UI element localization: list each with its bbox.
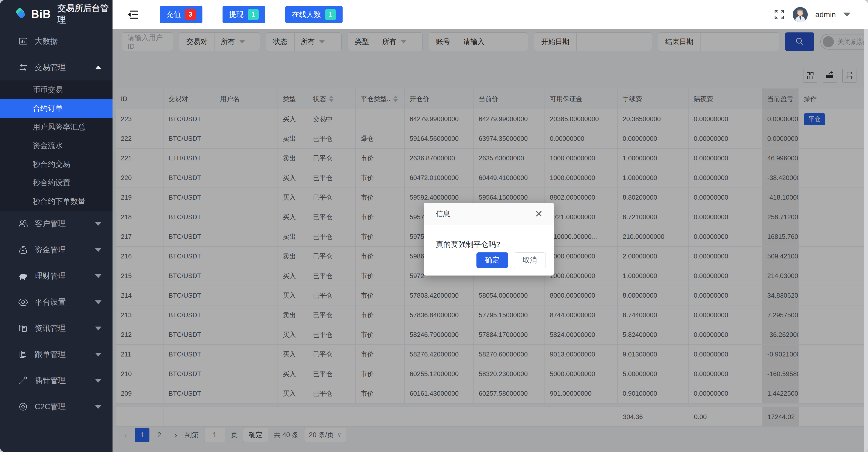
caret-down-icon <box>95 301 101 304</box>
sidebar-item-平台设置[interactable]: 平台设置 <box>0 289 113 315</box>
sidebar-item-交易管理[interactable]: 交易管理 <box>0 54 113 80</box>
sidebar-item-资金流水[interactable]: 资金流水 <box>0 136 113 155</box>
piggy-icon <box>18 271 28 281</box>
sidebar-collapse-icon[interactable] <box>127 9 140 20</box>
sidebar-item-跟单管理[interactable]: 跟单管理 <box>0 341 113 368</box>
sidebar-item-秒合约设置[interactable]: 秒合约设置 <box>0 173 113 192</box>
chart-icon <box>18 36 28 46</box>
dialog-confirm-button[interactable]: 确定 <box>476 252 508 268</box>
withdraw-label: 提现 <box>229 9 244 20</box>
confirm-close-position-dialog: 信息 ✕ 真的要强制平仓吗? 确定 取消 <box>424 203 554 276</box>
news-icon: NEW <box>18 323 28 333</box>
user-menu-caret-icon[interactable] <box>843 12 850 17</box>
sidebar-item-理财管理[interactable]: 理财管理 <box>0 263 113 289</box>
online-users-label: 在线人数 <box>292 9 321 20</box>
caret-down-icon <box>95 379 101 383</box>
logo-text: BiB <box>31 8 51 20</box>
dialog-close-icon[interactable]: ✕ <box>535 209 543 219</box>
username-text[interactable]: admin <box>815 10 836 19</box>
app-window: BiB 交易所后台管理 大数据交易管理币币交易合约订单用户风险率汇总资金流水秒合… <box>0 0 868 452</box>
caret-down-icon <box>95 327 101 330</box>
sidebar-item-插针管理[interactable]: 插针管理 <box>0 368 113 394</box>
sidebar-item-C2C管理[interactable]: C2C管理 <box>0 394 113 420</box>
docs-icon <box>18 349 28 360</box>
withdraw-button[interactable]: 提现 1 <box>222 6 265 23</box>
swap-icon <box>18 62 28 73</box>
main-area: 充值 3 提现 1 在线人数 1 <box>113 0 868 452</box>
caret-down-icon <box>95 222 101 226</box>
sidebar-item-大数据[interactable]: 大数据 <box>0 28 113 54</box>
caret-down-icon <box>95 353 101 357</box>
sidebar-item-秒合约交易[interactable]: 秒合约交易 <box>0 155 113 173</box>
eye-icon <box>18 297 28 307</box>
caret-up-icon <box>95 66 101 69</box>
sidebar-item-客户管理[interactable]: 客户管理 <box>0 211 113 237</box>
svg-text:NEW: NEW <box>20 326 23 327</box>
users-icon <box>18 219 28 229</box>
brand-logo-icon <box>13 7 27 21</box>
pin-icon <box>18 375 28 386</box>
online-users-button[interactable]: 在线人数 1 <box>285 6 343 23</box>
user-avatar[interactable] <box>793 7 808 22</box>
moneybag-icon <box>18 245 28 255</box>
dialog-header: 信息 ✕ <box>424 203 554 225</box>
sidebar: BiB 交易所后台管理 大数据交易管理币币交易合约订单用户风险率汇总资金流水秒合… <box>0 0 113 452</box>
online-users-badge: 1 <box>325 9 336 20</box>
logo-row: BiB 交易所后台管理 <box>0 0 113 28</box>
sidebar-item-币币交易[interactable]: 币币交易 <box>0 80 113 99</box>
caret-down-icon <box>95 405 101 409</box>
topbar: 充值 3 提现 1 在线人数 1 <box>113 0 868 29</box>
sidebar-item-资金管理[interactable]: 资金管理 <box>0 237 113 263</box>
dialog-message: 真的要强制平仓吗? <box>424 225 554 250</box>
caret-down-icon <box>95 248 101 252</box>
recharge-badge: 3 <box>185 9 196 20</box>
sidebar-item-合约订单[interactable]: 合约订单 <box>0 99 113 118</box>
sidebar-item-秒合约下单数量[interactable]: 秒合约下单数量 <box>0 192 113 211</box>
recharge-button[interactable]: 充值 3 <box>160 6 203 23</box>
submenu-交易管理: 币币交易合约订单用户风险率汇总资金流水秒合约交易秒合约设置秒合约下单数量 <box>0 80 113 211</box>
sidebar-item-资讯管理[interactable]: NEW资讯管理 <box>0 315 113 341</box>
app-title: 交易所后台管理 <box>58 2 113 26</box>
sidebar-item-用户风险率汇总[interactable]: 用户风险率汇总 <box>0 118 113 136</box>
dialog-cancel-button[interactable]: 取消 <box>514 252 546 268</box>
coin-icon <box>18 402 28 412</box>
content-area: 请输入用户ID 交易对 所有 状态 所有 类型 所有 账号 请输入 <box>113 29 868 452</box>
caret-down-icon <box>95 274 101 278</box>
recharge-label: 充值 <box>166 9 181 20</box>
dialog-footer: 确定 取消 <box>476 252 546 268</box>
scrollbar-track[interactable] <box>864 29 868 452</box>
sidebar-menu: 大数据交易管理币币交易合约订单用户风险率汇总资金流水秒合约交易秒合约设置秒合约下… <box>0 28 113 452</box>
dialog-title: 信息 <box>436 209 535 219</box>
fullscreen-icon[interactable] <box>774 9 785 20</box>
withdraw-badge: 1 <box>248 9 259 20</box>
